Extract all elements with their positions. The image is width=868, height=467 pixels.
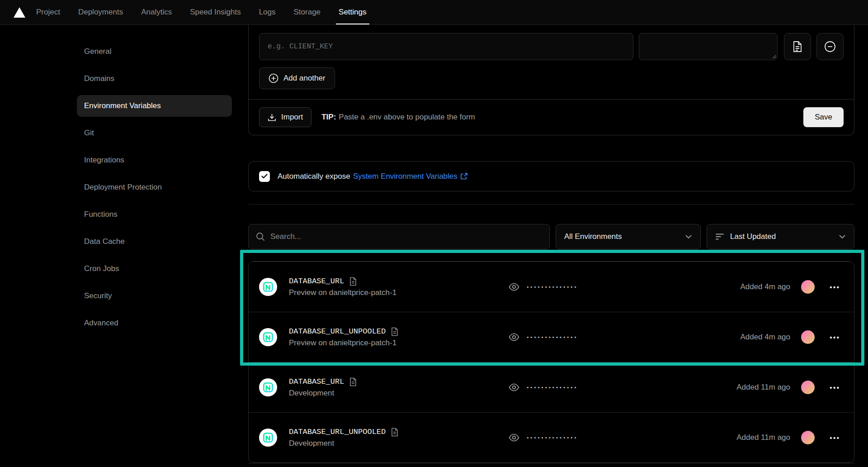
env-var-target: Development bbox=[289, 389, 509, 398]
remove-icon bbox=[824, 41, 836, 52]
sidebar-item[interactable]: Security bbox=[77, 285, 232, 307]
paste-file-button[interactable] bbox=[784, 33, 811, 60]
nav-tab[interactable]: Project bbox=[27, 0, 69, 24]
env-var-value: •••••••••••••• bbox=[509, 383, 577, 391]
neon-icon bbox=[259, 429, 277, 447]
sort-value: Last Updated bbox=[730, 232, 776, 241]
import-button[interactable]: Import bbox=[259, 107, 311, 127]
row-ellipsis-menu[interactable]: ••• bbox=[826, 283, 844, 291]
vercel-logo-icon[interactable] bbox=[14, 0, 27, 24]
note-file-icon[interactable] bbox=[349, 377, 357, 386]
note-file-icon[interactable] bbox=[391, 428, 399, 437]
environment-filter-value: All Environments bbox=[564, 232, 622, 241]
sidebar-item[interactable]: Data Cache bbox=[77, 231, 232, 253]
row-ellipsis-menu[interactable]: ••• bbox=[826, 384, 844, 391]
env-var-target: Preview on danieltprice-patch-1 bbox=[289, 338, 509, 348]
env-var-form-card: Add another Import TIP:Paste a .env abov… bbox=[248, 25, 854, 135]
env-var-row: DATABASE_URL Preview on danieltprice-pat… bbox=[249, 262, 854, 312]
env-var-info: DATABASE_URL_UNPOOLED Development bbox=[289, 428, 509, 448]
environment-filter-select[interactable]: All Environments bbox=[556, 224, 701, 249]
env-var-row: DATABASE_URL Development bbox=[249, 362, 854, 412]
eye-icon[interactable] bbox=[509, 333, 519, 341]
note-file-icon[interactable] bbox=[349, 277, 357, 286]
sidebar-item[interactable]: General bbox=[77, 41, 232, 62]
external-link-icon bbox=[460, 172, 468, 180]
file-icon bbox=[792, 41, 803, 52]
env-var-meta: Added 4m ago ••• bbox=[740, 330, 844, 344]
env-var-target: Preview on danieltprice-patch-1 bbox=[289, 288, 509, 297]
nav-tab[interactable]: Deployments bbox=[69, 0, 132, 24]
remove-row-button[interactable] bbox=[816, 33, 844, 60]
expose-checkbox[interactable] bbox=[259, 171, 270, 182]
navbar-tabs: Project Deployments Analytics Speed Insi… bbox=[27, 0, 376, 24]
sidebar-item[interactable]: Advanced bbox=[77, 312, 232, 334]
system-env-card: Automatically expose System Environment … bbox=[248, 161, 854, 191]
nav-tab[interactable]: Analytics bbox=[132, 0, 181, 24]
env-key-input[interactable] bbox=[259, 33, 633, 60]
env-var-name: DATABASE_URL_UNPOOLED bbox=[289, 428, 386, 436]
env-var-target: Development bbox=[289, 439, 509, 448]
plus-circle-icon bbox=[269, 73, 278, 83]
env-var-row: DATABASE_URL_UNPOOLED Preview on danielt… bbox=[249, 312, 854, 362]
tip-text: Paste a .env above to populate the form bbox=[339, 113, 475, 121]
env-value-input[interactable] bbox=[639, 33, 778, 60]
env-value-field bbox=[639, 33, 778, 60]
sort-icon bbox=[715, 233, 724, 240]
env-var-name: DATABASE_URL bbox=[289, 377, 344, 386]
sidebar-item[interactable]: Deployment Protection bbox=[77, 176, 232, 198]
env-var-meta: Added 11m ago ••• bbox=[736, 431, 844, 444]
expose-label: Automatically expose bbox=[278, 172, 350, 181]
neon-icon bbox=[259, 328, 277, 346]
row-ellipsis-menu[interactable]: ••• bbox=[826, 334, 844, 341]
chevron-down-icon bbox=[839, 234, 846, 239]
env-var-table-wrap: DATABASE_URL Preview on danieltprice-pat… bbox=[248, 261, 854, 467]
note-file-icon[interactable] bbox=[391, 327, 399, 336]
avatar bbox=[801, 431, 815, 444]
masked-value: •••••••••••••• bbox=[526, 284, 577, 290]
eye-icon[interactable] bbox=[509, 383, 519, 391]
import-icon bbox=[268, 113, 276, 122]
nav-tab[interactable]: Logs bbox=[250, 0, 285, 24]
masked-value: •••••••••••••• bbox=[526, 385, 577, 391]
neon-icon bbox=[259, 378, 277, 396]
section-divider bbox=[248, 204, 854, 205]
eye-icon[interactable] bbox=[509, 434, 519, 442]
search-box bbox=[248, 224, 550, 249]
save-button[interactable]: Save bbox=[803, 107, 844, 127]
checkmark-icon bbox=[261, 174, 268, 179]
nav-tab[interactable]: Settings bbox=[330, 0, 375, 24]
masked-value: •••••••••••••• bbox=[526, 435, 577, 441]
filter-bar: All Environments Last Updated bbox=[248, 224, 854, 249]
next-row-partial bbox=[248, 463, 854, 467]
sidebar-item[interactable]: Integrations bbox=[77, 149, 232, 171]
added-timestamp: Added 4m ago bbox=[740, 333, 790, 342]
add-another-button[interactable]: Add another bbox=[259, 67, 335, 89]
added-timestamp: Added 4m ago bbox=[740, 282, 790, 291]
nav-tab[interactable]: Storage bbox=[285, 0, 330, 24]
search-input[interactable] bbox=[248, 224, 550, 249]
sidebar-item[interactable]: Cron Jobs bbox=[77, 258, 232, 280]
env-var-info: DATABASE_URL Preview on danieltprice-pat… bbox=[289, 277, 509, 297]
main-content: Add another Import TIP:Paste a .env abov… bbox=[238, 25, 868, 467]
env-var-table: DATABASE_URL Preview on danieltprice-pat… bbox=[248, 261, 854, 463]
eye-icon[interactable] bbox=[509, 283, 519, 291]
env-var-row: DATABASE_URL_UNPOOLED Development bbox=[249, 412, 854, 462]
system-env-link[interactable]: System Environment Variables bbox=[353, 172, 468, 181]
neon-icon bbox=[259, 278, 277, 296]
sort-select[interactable]: Last Updated bbox=[707, 224, 854, 249]
avatar bbox=[801, 330, 815, 344]
avatar bbox=[801, 280, 815, 294]
sidebar-item[interactable]: Functions bbox=[77, 204, 232, 225]
tip-prefix: TIP: bbox=[321, 113, 336, 121]
sidebar-item[interactable]: Environment Variables bbox=[77, 95, 232, 117]
sidebar-item[interactable]: Domains bbox=[77, 68, 232, 90]
added-timestamp: Added 11m ago bbox=[736, 383, 790, 392]
nav-tab[interactable]: Speed Insights bbox=[181, 0, 250, 24]
sidebar-item[interactable]: Git bbox=[77, 122, 232, 144]
system-env-link-label: System Environment Variables bbox=[353, 172, 458, 181]
env-var-name: DATABASE_URL bbox=[289, 277, 344, 286]
row-ellipsis-menu[interactable]: ••• bbox=[826, 434, 844, 442]
env-var-value: •••••••••••••• bbox=[509, 333, 577, 341]
env-var-info: DATABASE_URL_UNPOOLED Preview on danielt… bbox=[289, 327, 509, 348]
env-var-value: •••••••••••••• bbox=[509, 283, 577, 291]
